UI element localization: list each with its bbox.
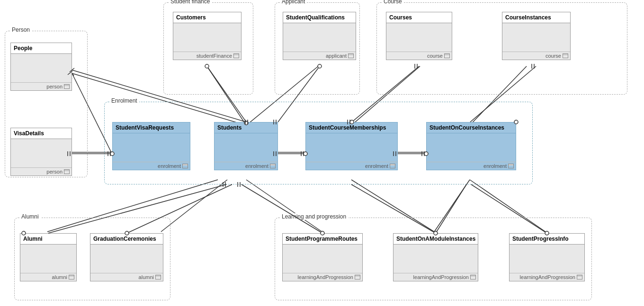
entity-courses-footer: course <box>386 52 452 60</box>
entity-studentprogressinfo[interactable]: StudentProgressInfo learningAndProgressi… <box>509 233 585 281</box>
entity-studentoncourseinstances-header: StudentOnCourseInstances <box>427 122 516 133</box>
entity-studentvisarequests-footer: enrolment <box>113 162 190 170</box>
entity-studentprogrammeroutes-header: StudentProgrammeRoutes <box>283 234 362 245</box>
svg-line-10 <box>161 180 227 232</box>
entity-graduationceremonie-header: GraduationCeremonies <box>90 234 163 245</box>
entity-studentqualifications-footer: applicant <box>283 52 356 60</box>
entity-students[interactable]: Students enrolment <box>214 122 278 170</box>
student-finance-group-label: Student finance <box>169 0 212 5</box>
entity-studentoncourseinstances-footer: enrolment <box>427 162 516 170</box>
entity-customers-footer: studentFinance <box>173 52 241 60</box>
table-icon <box>64 169 70 174</box>
entity-courses-body <box>386 23 452 52</box>
entity-visadetails-footer: person <box>11 167 72 175</box>
entity-studentqualifications-header: StudentQualifications <box>283 12 356 23</box>
entity-visadetails-body <box>11 139 72 167</box>
entity-courses[interactable]: Courses course <box>386 12 452 60</box>
entity-courseinstances-body <box>502 23 570 52</box>
table-icon <box>348 53 354 58</box>
table-icon <box>270 164 276 168</box>
alumni-group-label: Alumni <box>19 213 41 220</box>
table-icon <box>182 164 188 168</box>
entity-studentonamoduleinstances[interactable]: StudentOnAModuleInstances learningAndPro… <box>393 233 478 281</box>
table-icon <box>69 275 74 280</box>
entity-studentvisarequests-body <box>113 133 190 162</box>
entity-studentprogressinfo-header: StudentProgressInfo <box>510 234 584 245</box>
entity-customers-body <box>173 23 241 52</box>
entity-people-header: People <box>11 43 72 54</box>
entity-people-footer: person <box>11 82 72 90</box>
table-icon <box>577 275 582 280</box>
diagram: Person Student finance Applicant Course … <box>0 0 644 306</box>
table-icon <box>444 53 450 58</box>
entity-customers-header: Customers <box>173 12 241 23</box>
entity-visadetails-header: VisaDetails <box>11 128 72 139</box>
entity-studentonamoduleinstances-body <box>394 245 478 273</box>
entity-studentcoursememberships-header: StudentCourseMemberships <box>306 122 397 133</box>
table-icon <box>155 275 161 280</box>
entity-studentqualifications[interactable]: StudentQualifications applicant <box>283 12 356 60</box>
entity-studentvisarequests[interactable]: StudentVisaRequests enrolment <box>112 122 190 170</box>
table-icon <box>508 164 514 168</box>
entity-studentprogressinfo-body <box>510 245 584 273</box>
entity-courseinstances-footer: course <box>502 52 570 60</box>
table-icon <box>470 275 476 280</box>
entity-alumni[interactable]: Alumni alumni <box>20 233 77 281</box>
entity-studentonamoduleinstances-footer: learningAndProgression <box>394 273 478 281</box>
entity-alumni-footer: alumni <box>20 273 76 281</box>
entity-studentprogressinfo-footer: learningAndProgression <box>510 273 584 281</box>
entity-people-body <box>11 54 72 82</box>
entity-courseinstances[interactable]: CourseInstances course <box>502 12 571 60</box>
entity-students-header: Students <box>215 122 277 133</box>
entity-studentonamoduleinstances-header: StudentOnAModuleInstances <box>394 234 478 245</box>
table-icon <box>390 164 395 168</box>
table-icon <box>64 84 70 89</box>
entity-studentoncourseinstances[interactable]: StudentOnCourseInstances enrolment <box>426 122 516 170</box>
entity-studentqualifications-body <box>283 23 356 52</box>
entity-studentcoursememberships-footer: enrolment <box>306 162 397 170</box>
applicant-group-label: Applicant <box>280 0 307 5</box>
entity-studentcoursememberships-body <box>306 133 397 162</box>
table-icon <box>233 53 239 58</box>
entity-courses-header: Courses <box>386 12 452 23</box>
learning-group-label: Learning and progression <box>280 213 348 220</box>
table-icon <box>563 53 568 58</box>
entity-customers[interactable]: Customers studentFinance <box>173 12 242 60</box>
table-icon <box>355 275 360 280</box>
entity-graduationceremonie[interactable]: GraduationCeremonies alumni <box>90 233 163 281</box>
entity-studentprogrammeroutes[interactable]: StudentProgrammeRoutes learningAndProgre… <box>282 233 363 281</box>
entity-studentoncourseinstances-body <box>427 133 516 162</box>
entity-graduationceremonie-body <box>90 245 163 273</box>
entity-graduationceremonie-footer: alumni <box>90 273 163 281</box>
entity-courseinstances-header: CourseInstances <box>502 12 570 23</box>
entity-studentprogrammeroutes-body <box>283 245 362 273</box>
entity-students-body <box>215 133 277 162</box>
enrolment-group-label: Enrolment <box>109 97 139 104</box>
entity-alumni-header: Alumni <box>20 234 76 245</box>
entity-visadetails[interactable]: VisaDetails person <box>10 128 72 176</box>
entity-people[interactable]: People person <box>10 43 72 91</box>
entity-studentcoursememberships[interactable]: StudentCourseMemberships enrolment <box>305 122 398 170</box>
entity-alumni-body <box>20 245 76 273</box>
course-group-label: Course <box>382 0 404 5</box>
entity-students-footer: enrolment <box>215 162 277 170</box>
entity-studentprogrammeroutes-footer: learningAndProgression <box>283 273 362 281</box>
person-group-label: Person <box>10 26 32 33</box>
entity-studentvisarequests-header: StudentVisaRequests <box>113 122 190 133</box>
